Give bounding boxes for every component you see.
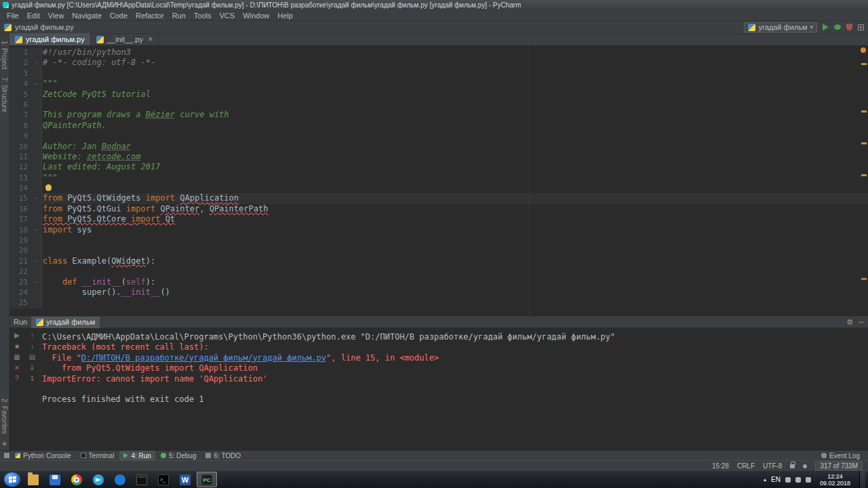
debug-button[interactable] [834, 24, 841, 30]
line-number[interactable]: 23 [9, 277, 33, 287]
run-console[interactable]: C:\Users\АДМИН\AppData\Local\Programs\Py… [41, 328, 868, 450]
line-number[interactable]: 16 [9, 204, 33, 214]
sidebar-item-structure[interactable]: 7: Structure [1, 77, 8, 113]
fold-marker[interactable]: − [33, 58, 42, 68]
intention-bulb-icon[interactable] [45, 184, 52, 190]
start-button[interactable] [4, 472, 20, 487]
close-icon[interactable]: ✕ [148, 36, 153, 43]
line-number[interactable]: 17 [9, 214, 33, 224]
run-button[interactable] [823, 24, 829, 30]
editor-tab[interactable]: __init__.py✕ [91, 33, 159, 45]
line-number[interactable]: 6 [9, 100, 33, 110]
soft-wrap-button[interactable]: ▤ [27, 352, 38, 362]
volume-icon[interactable] [795, 477, 801, 483]
console2-taskbar-icon[interactable] [153, 472, 174, 487]
up-stack-trace-button[interactable]: ↑ [27, 331, 38, 340]
network-icon[interactable] [806, 477, 811, 483]
line-number[interactable]: 9 [9, 131, 33, 141]
menu-edit[interactable]: Edit [23, 12, 44, 20]
caret-position[interactable]: 15:28 [712, 462, 729, 470]
line-number[interactable]: 7 [9, 110, 33, 120]
line-number[interactable]: 11 [9, 152, 33, 162]
run-settings-icon[interactable]: ⚙ [846, 318, 853, 327]
line-number[interactable]: 2 [9, 58, 33, 68]
line-number[interactable]: 24 [9, 287, 33, 298]
scroll-mark[interactable] [861, 110, 867, 113]
line-number[interactable]: 3 [9, 68, 33, 79]
pycharm-taskbar-icon[interactable] [197, 472, 217, 487]
menu-code[interactable]: Code [106, 12, 132, 20]
event-log-button[interactable]: Event Log [817, 451, 864, 461]
stop-button[interactable]: ■ [12, 342, 22, 351]
line-number[interactable]: 14 [9, 183, 33, 193]
rerun-button[interactable]: ▶ [12, 331, 22, 340]
fold-marker[interactable]: − [33, 79, 42, 89]
menu-run[interactable]: Run [168, 12, 190, 20]
line-number[interactable]: 15 [9, 193, 33, 203]
window-titlebar[interactable]: угадай фильм.py [C:\Users\АДМИН\AppData\… [0, 0, 868, 10]
line-number[interactable]: 8 [9, 121, 33, 131]
restore-layout-button[interactable]: ▦ [12, 352, 22, 362]
fold-marker[interactable]: − [33, 193, 42, 203]
hidden-icons-button[interactable]: ▴ [764, 476, 766, 483]
menu-tools[interactable]: Tools [190, 12, 216, 20]
coverage-button[interactable] [846, 24, 852, 30]
line-number[interactable]: 22 [9, 266, 33, 277]
line-separator[interactable]: CRLF [737, 462, 755, 470]
menu-refactor[interactable]: Refactor [132, 12, 168, 20]
memory-indicator[interactable]: 317 of 733M [815, 462, 863, 470]
menu-window[interactable]: Window [239, 12, 273, 20]
inspection-profile-icon[interactable] [803, 464, 807, 468]
sidebar-item-project[interactable]: 1: Project [1, 41, 8, 69]
menu-vcs[interactable]: VCS [216, 12, 239, 20]
scroll-mark[interactable] [861, 278, 867, 280]
editor[interactable]: 1#!/usr/bin/python32−# -*- coding: utf-8… [9, 46, 868, 316]
hide-panel-icon[interactable]: ─ [859, 318, 864, 327]
menu-help[interactable]: Help [273, 12, 297, 20]
toolwindow-button-python-console[interactable]: Python Console [11, 451, 75, 461]
line-number[interactable]: 4 [9, 79, 33, 89]
editor-tab[interactable]: угадай фильм.py [9, 33, 91, 45]
error-indicator[interactable] [861, 47, 866, 53]
scroll-mark[interactable] [861, 174, 867, 176]
word-taskbar-icon[interactable] [175, 472, 195, 487]
line-number[interactable]: 12 [9, 162, 33, 172]
close-button[interactable]: ✕ [12, 363, 22, 373]
chrome-taskbar-icon[interactable] [66, 472, 87, 487]
show-desktop-button[interactable] [859, 471, 865, 488]
stacktrace-file-link[interactable]: D:/ПИТОН/В разработке/угадай фильм/угада… [81, 353, 326, 363]
messenger-taskbar-icon[interactable] [110, 472, 130, 487]
language-indicator[interactable]: EN [771, 476, 781, 483]
line-number[interactable]: 20 [9, 245, 33, 256]
toolwindow-button-4-run[interactable]: 4: Run [119, 451, 155, 461]
line-number[interactable]: 10 [9, 142, 33, 152]
scroll-mark[interactable] [861, 142, 867, 144]
telegram-taskbar-icon[interactable] [88, 472, 108, 487]
line-number[interactable]: 25 [9, 298, 33, 308]
update-tray-icon[interactable] [785, 477, 791, 483]
save-taskbar-icon[interactable] [45, 472, 65, 487]
line-number[interactable]: 13 [9, 173, 33, 183]
edit-configurations-button[interactable] [858, 24, 864, 30]
run-tab[interactable]: угадай фильм [31, 317, 100, 328]
toolwindow-toggle-icon[interactable] [4, 453, 9, 458]
sidebar-item-favorites[interactable]: 2: Favorites [1, 399, 8, 434]
file-encoding[interactable]: UTF-8 [763, 462, 782, 470]
line-number[interactable]: 19 [9, 235, 33, 245]
fold-marker[interactable]: − [33, 277, 42, 287]
line-number[interactable]: 1 [9, 47, 33, 58]
run-config-select[interactable]: угадай фильм ▾ [744, 22, 817, 33]
toolwindow-button-6-todo[interactable]: 6: TODO [201, 451, 245, 461]
taskbar-clock[interactable]: 12:24 09.02.2018 [816, 473, 854, 487]
menu-file[interactable]: File [3, 12, 23, 20]
toolwindow-button-5-debug[interactable]: 5: Debug [157, 451, 201, 461]
lock-icon[interactable] [790, 464, 795, 468]
scroll-to-end-button[interactable]: ⇓ [27, 363, 38, 373]
console-taskbar-icon[interactable] [132, 472, 152, 487]
menu-view[interactable]: View [44, 12, 68, 20]
folder-taskbar-icon[interactable] [23, 472, 43, 487]
menu-navigate[interactable]: Navigate [68, 12, 105, 20]
fold-marker[interactable]: − [33, 256, 42, 266]
down-stack-trace-button[interactable]: ↓ [27, 342, 38, 351]
line-number[interactable]: 18 [9, 225, 33, 235]
